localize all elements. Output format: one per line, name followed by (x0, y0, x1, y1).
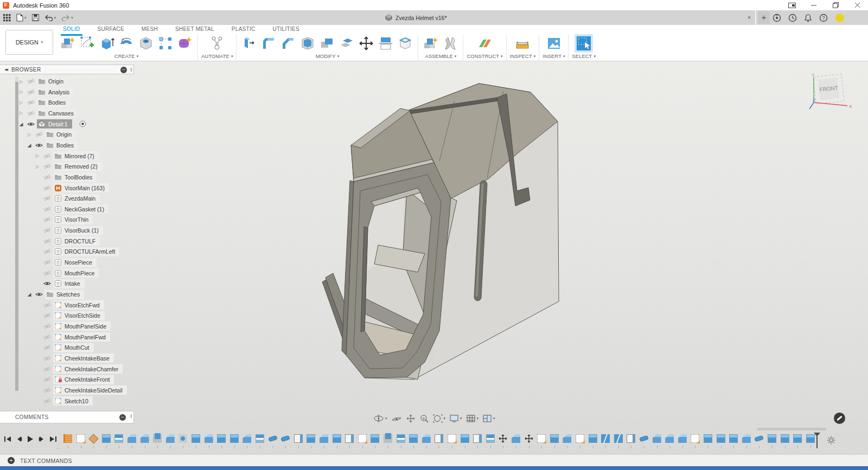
go-end-button[interactable] (49, 435, 58, 443)
tree-row-cheekintakechamfer[interactable]: CheekIntakeChamfer (0, 364, 141, 374)
ribbon-tab-plastic[interactable]: PLASTIC (229, 25, 271, 34)
tree-row-bodies[interactable]: ◢Bodies (0, 140, 141, 150)
expand-arrow-icon[interactable]: ▷ (18, 89, 24, 94)
text-commands-icon[interactable]: + (8, 457, 15, 464)
hole-button[interactable] (137, 34, 155, 53)
browser-panel-header[interactable]: ◂◂ BROWSER − ‖ (0, 65, 134, 74)
visibility-off-icon[interactable] (43, 163, 51, 170)
group-label-insert[interactable]: INSERT▾ (542, 53, 565, 59)
tree-row-zvezdamain[interactable]: ZvezdaMain (0, 194, 141, 203)
align-button[interactable] (376, 34, 395, 53)
help-icon[interactable]: ? (819, 14, 828, 22)
press-pull-button[interactable] (240, 34, 258, 53)
automate-button[interactable] (208, 34, 226, 53)
visibility-off-icon[interactable] (43, 216, 51, 223)
tree-item[interactable]: NeckGasket (1) (53, 204, 108, 214)
zoom-tool[interactable]: ± (419, 414, 429, 423)
tree-row-neckgasket-1-[interactable]: NeckGasket (1) (0, 204, 141, 214)
tree-item[interactable]: CheekIntakeSideDetail (53, 385, 127, 395)
visibility-off-icon[interactable] (43, 376, 51, 383)
expand-arrow-icon[interactable]: ▷ (34, 153, 41, 158)
revolve-button[interactable] (117, 34, 136, 53)
pan-tool[interactable] (406, 414, 416, 423)
tree-item[interactable]: Analysis (37, 87, 74, 96)
ribbon-tab-mesh[interactable]: MESH (139, 25, 173, 34)
tree-item[interactable]: CheekIntakeChamfer (53, 364, 123, 374)
tree-item[interactable]: Origin (45, 130, 76, 139)
visibility-off-icon[interactable] (27, 110, 35, 117)
timeline-playhead[interactable] (814, 433, 820, 449)
tree-item[interactable]: Removed (2) (53, 162, 102, 171)
tree-row-mouthpiece[interactable]: MouthPiece (0, 268, 141, 278)
replace-face-button[interactable] (396, 34, 414, 53)
visibility-off-icon[interactable] (43, 205, 51, 213)
expand-arrow-icon[interactable]: ▷ (34, 164, 41, 169)
tree-row-visoretchfwd[interactable]: VisorEtchFwd (0, 300, 141, 310)
new-component-button[interactable] (59, 34, 77, 53)
visibility-off-icon[interactable] (43, 333, 51, 341)
comments-panel-header[interactable]: COMMENTS − ‖ (0, 411, 134, 423)
look-at-tool[interactable] (391, 414, 402, 423)
combine-button[interactable] (318, 34, 336, 53)
group-label-automate[interactable]: AUTOMATE▾ (201, 53, 233, 59)
ribbon-tab-surface[interactable]: SURFACE (95, 25, 139, 34)
display-settings-tool[interactable]: ▾ (449, 414, 462, 423)
step-forward-button[interactable] (37, 435, 46, 443)
visibility-off-icon[interactable] (27, 78, 35, 85)
viewports-tool[interactable]: ▾ (482, 414, 495, 423)
tree-row-visoretchside[interactable]: VisorEtchSide (0, 311, 141, 320)
tree-row-cheekintakesidedetail[interactable]: CheekIntakeSideDetail (0, 385, 141, 395)
tree-row-origin[interactable]: ▷Origin (0, 130, 141, 139)
create-sketch-button[interactable] (78, 34, 97, 53)
tree-item[interactable]: VisorEtchFwd (53, 300, 104, 310)
visibility-off-icon[interactable] (43, 152, 51, 160)
tree-row-analysis[interactable]: ▷Analysis (0, 87, 141, 97)
fillet-button[interactable] (259, 34, 278, 53)
group-label-modify[interactable]: MODIFY▾ (316, 53, 339, 59)
expand-arrow-icon[interactable]: ▷ (18, 79, 24, 84)
grid-snaps-tool[interactable]: ▾ (466, 414, 479, 423)
group-label-assemble[interactable]: ASSEMBLE▾ (425, 53, 457, 59)
tree-row-detail-1[interactable]: ◢Detail:1 (0, 119, 141, 129)
extrude-button[interactable] (98, 34, 116, 53)
tree-item[interactable]: Canvases (37, 108, 78, 118)
visibility-off-icon[interactable] (43, 312, 51, 319)
group-label-create[interactable]: CREATE▾ (114, 53, 138, 59)
tree-row-toolbodies[interactable]: ToolBodies (0, 172, 141, 182)
tree-row-origin[interactable]: ▷Origin (0, 76, 141, 86)
comments-toggle-icon[interactable]: − (119, 414, 126, 421)
tree-item[interactable]: VisorMain (163) (53, 183, 109, 192)
insert-canvas-button[interactable] (545, 34, 563, 53)
tree-item[interactable]: DROCTULFArmLeft (53, 247, 119, 256)
visibility-off-icon[interactable] (43, 227, 51, 234)
tree-row-mouthcut[interactable]: MouthCut (0, 343, 141, 352)
visibility-off-icon[interactable] (43, 387, 51, 394)
step-back-button[interactable] (15, 435, 23, 443)
visibility-on-icon[interactable] (35, 141, 43, 149)
extensions-icon[interactable] (773, 14, 781, 22)
chamfer-button[interactable] (279, 34, 297, 53)
model-3d[interactable] (312, 69, 567, 384)
tree-row-mouthpanelside[interactable]: MouthPanelSide (0, 321, 141, 331)
tree-item[interactable]: NosePiece (53, 258, 97, 267)
ribbon-tab-utilities[interactable]: UTILITIES (271, 25, 315, 34)
tree-item[interactable]: Bodies (45, 140, 78, 150)
tree-item[interactable]: CheekIntakeFront (53, 375, 114, 384)
collapse-arrow-icon[interactable]: ◢ (26, 292, 33, 297)
tree-row-visormain-163-[interactable]: VisorMain (163) (0, 183, 141, 193)
tree-item[interactable]: VisorBuck (1) (53, 226, 103, 235)
tree-item[interactable]: Origin (37, 77, 68, 86)
new-component-button[interactable] (422, 34, 440, 53)
new-tab-button[interactable]: + (758, 11, 770, 24)
collapse-arrow-icon[interactable]: ◢ (18, 121, 24, 127)
group-label-inspect[interactable]: INSPECT▾ (510, 53, 536, 59)
visibility-off-icon[interactable] (27, 88, 35, 96)
tree-row-mirrored-7-[interactable]: ▷Mirrored (7) (0, 151, 141, 161)
tree-row-canvases[interactable]: ▷Canvases (0, 108, 141, 118)
viewcube[interactable]: FRONT Y X Z (805, 71, 854, 113)
construction-plane-button[interactable] (476, 34, 494, 53)
tree-item[interactable]: Sketches (45, 290, 84, 299)
collapse-panel-icon[interactable]: ◂◂ (4, 67, 7, 72)
move-copy-button[interactable] (357, 34, 375, 53)
fit-tool[interactable]: ▾ (433, 414, 446, 423)
